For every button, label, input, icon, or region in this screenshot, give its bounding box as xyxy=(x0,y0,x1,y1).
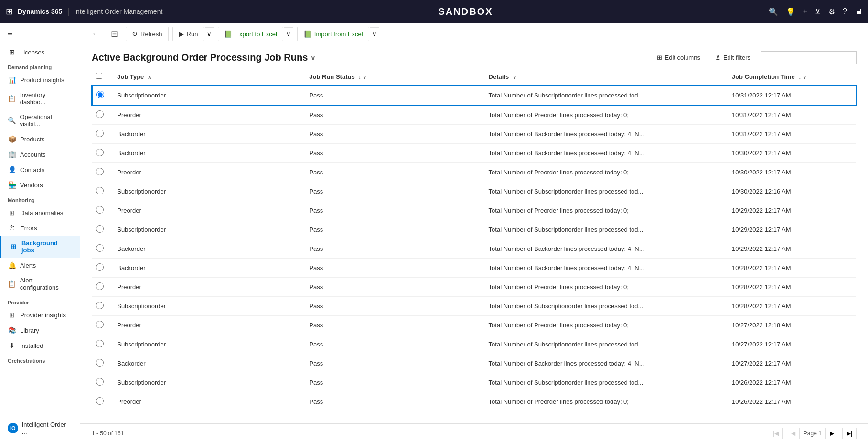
col-header-job-type[interactable]: Job Type ∧ xyxy=(113,68,305,86)
row-radio[interactable] xyxy=(96,244,104,252)
row-radio-cell[interactable] xyxy=(92,278,113,297)
row-radio-cell[interactable] xyxy=(92,125,113,144)
sidebar-item-background-jobs[interactable]: ⊞ Background jobs xyxy=(0,236,80,258)
add-icon[interactable]: + xyxy=(803,7,807,16)
search-icon[interactable]: 🔍 xyxy=(769,7,778,16)
edit-filters-button[interactable]: ⊻ Edit filters xyxy=(711,51,755,64)
row-radio[interactable] xyxy=(96,110,104,118)
sidebar-item-alerts[interactable]: 🔔 Alerts xyxy=(0,258,80,273)
sidebar-item-vendors[interactable]: 🏪 Vendors xyxy=(0,177,80,193)
row-radio-cell[interactable] xyxy=(92,259,113,278)
sidebar-footer-user[interactable]: IO Intelligent Order ... xyxy=(0,417,80,439)
row-radio-cell[interactable] xyxy=(92,220,113,239)
sidebar-item-installed[interactable]: ⬇ Installed xyxy=(0,338,80,353)
row-radio[interactable] xyxy=(96,340,104,347)
table-row[interactable]: Preorder Pass Total Number of Preorder l… xyxy=(92,201,856,220)
row-radio-cell[interactable] xyxy=(92,335,113,354)
row-radio-cell[interactable] xyxy=(92,373,113,392)
export-button[interactable]: 📗 Export to Excel xyxy=(218,27,283,41)
export-label: Export to Excel xyxy=(235,31,277,38)
col-header-details[interactable]: Details ∨ xyxy=(485,68,728,86)
table-row[interactable]: Backorder Pass Total Number of Backorder… xyxy=(92,354,856,373)
table-row[interactable]: Subscriptionorder Pass Total Number of S… xyxy=(92,373,856,392)
table-row[interactable]: Subscriptionorder Pass Total Number of S… xyxy=(92,335,856,354)
row-radio[interactable] xyxy=(96,187,104,194)
row-radio[interactable] xyxy=(96,302,104,309)
help-icon[interactable]: ? xyxy=(843,7,847,16)
edit-columns-button[interactable]: ⊞ Edit columns xyxy=(652,51,705,64)
import-button[interactable]: 📗 Import from Excel xyxy=(297,27,369,41)
row-radio-cell[interactable] xyxy=(92,297,113,316)
table-row[interactable]: Subscriptionorder Pass Total Number of S… xyxy=(92,86,856,105)
table-row[interactable]: Backorder Pass Total Number of Backorder… xyxy=(92,259,856,278)
table-row[interactable]: Backorder Pass Total Number of Backorder… xyxy=(92,144,856,163)
row-radio[interactable] xyxy=(96,130,104,137)
pagination-prev[interactable]: ◀ xyxy=(787,428,800,439)
table-row[interactable]: Backorder Pass Total Number of Backorder… xyxy=(92,239,856,259)
sidebar-item-errors[interactable]: ⏱ Errors xyxy=(0,220,80,236)
table-row[interactable]: Subscriptionorder Pass Total Number of S… xyxy=(92,220,856,239)
table-row[interactable]: Preorder Pass Total Number of Preorder l… xyxy=(92,316,856,335)
row-radio-cell[interactable] xyxy=(92,182,113,201)
table-row[interactable]: Subscriptionorder Pass Total Number of S… xyxy=(92,182,856,201)
row-radio[interactable] xyxy=(96,378,104,386)
row-radio[interactable] xyxy=(96,168,104,175)
refresh-button[interactable]: ↻ Refresh xyxy=(126,27,169,41)
table-row[interactable]: Subscriptionorder Pass Total Number of S… xyxy=(92,297,856,316)
search-input[interactable] xyxy=(761,51,857,64)
row-radio[interactable] xyxy=(96,263,104,271)
table-row[interactable]: Preorder Pass Total Number of Preorder l… xyxy=(92,105,856,125)
table-row[interactable]: Preorder Pass Total Number of Preorder l… xyxy=(92,392,856,411)
row-radio-cell[interactable] xyxy=(92,316,113,335)
row-radio-cell[interactable] xyxy=(92,354,113,373)
table-row[interactable]: Preorder Pass Total Number of Preorder l… xyxy=(92,163,856,182)
sidebar-item-provider-insights[interactable]: ⊞ Provider insights xyxy=(0,307,80,323)
row-radio[interactable] xyxy=(96,206,104,214)
import-dropdown-arrow[interactable]: ∨ xyxy=(370,27,379,41)
run-dropdown-arrow[interactable]: ∨ xyxy=(205,27,214,41)
row-radio[interactable] xyxy=(96,91,104,98)
row-radio-cell[interactable] xyxy=(92,201,113,220)
sidebar-item-product-insights[interactable]: 📊 Product insights xyxy=(0,72,80,87)
back-button[interactable]: ← xyxy=(88,28,103,40)
sidebar-item-alert-configurations[interactable]: 📋 Alert configurations xyxy=(0,273,80,295)
sidebar-item-operational-visibility[interactable]: 🔍 Operational visibil... xyxy=(0,109,80,131)
row-radio[interactable] xyxy=(96,321,104,328)
row-radio-cell[interactable] xyxy=(92,163,113,182)
row-radio[interactable] xyxy=(96,359,104,367)
select-all-checkbox[interactable] xyxy=(96,73,102,79)
row-radio-cell[interactable] xyxy=(92,86,113,105)
row-radio-cell[interactable] xyxy=(92,239,113,259)
screen-icon[interactable]: 🖥 xyxy=(855,7,862,16)
filter-icon[interactable]: ⊻ xyxy=(815,7,821,16)
run-button[interactable]: ▶ Run xyxy=(172,27,204,41)
row-radio[interactable] xyxy=(96,149,104,156)
pagination-first[interactable]: |◀ xyxy=(769,428,783,439)
settings-icon[interactable]: ⚙ xyxy=(828,7,835,16)
apps-icon[interactable]: ⊞ xyxy=(6,6,13,17)
col-header-job-run-status[interactable]: Job Run Status ↓ ∨ xyxy=(305,68,484,86)
table-row[interactable]: Preorder Pass Total Number of Preorder l… xyxy=(92,278,856,297)
table-row[interactable]: Backorder Pass Total Number of Backorder… xyxy=(92,125,856,144)
row-radio[interactable] xyxy=(96,225,104,233)
sidebar-item-data-anomalies[interactable]: ⊞ Data anomalies xyxy=(0,205,80,220)
col-header-completion-time[interactable]: Job Completion Time ↓ ∨ xyxy=(728,68,856,86)
sidebar-item-products[interactable]: 📦 Products xyxy=(0,131,80,147)
row-radio-cell[interactable] xyxy=(92,392,113,411)
sidebar-item-accounts[interactable]: 🏢 Accounts xyxy=(0,147,80,162)
row-radio[interactable] xyxy=(96,282,104,290)
export-dropdown-arrow[interactable]: ∨ xyxy=(284,27,293,41)
import-label: Import from Excel xyxy=(314,31,363,38)
sidebar-item-library[interactable]: 📚 Library xyxy=(0,323,80,338)
sidebar-item-inventory-dashboard[interactable]: 📋 Inventory dashbo... xyxy=(0,87,80,109)
page-title-dropdown-icon[interactable]: ∨ xyxy=(311,54,315,62)
pagination-next[interactable]: ▶ xyxy=(825,428,838,439)
row-radio[interactable] xyxy=(96,397,104,405)
sidebar-item-contacts[interactable]: 👤 Contacts xyxy=(0,162,80,177)
row-radio-cell[interactable] xyxy=(92,144,113,163)
pagination-last[interactable]: ▶| xyxy=(842,428,857,439)
sidebar-item-licenses[interactable]: ⊞ Licenses xyxy=(0,44,80,60)
lightbulb-icon[interactable]: 💡 xyxy=(786,7,795,16)
sidebar-hamburger[interactable]: ≡ xyxy=(0,23,80,44)
row-radio-cell[interactable] xyxy=(92,105,113,125)
